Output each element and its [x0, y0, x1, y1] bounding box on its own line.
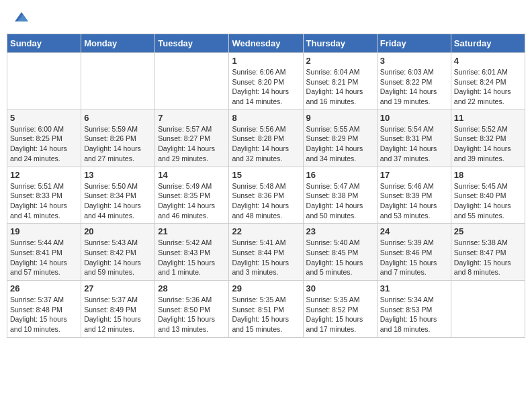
day-number: 28	[158, 283, 226, 293]
day-number: 7	[158, 113, 226, 123]
day-number: 22	[232, 226, 300, 236]
day-of-week-header: Thursday	[303, 34, 377, 53]
day-number: 3	[380, 56, 448, 66]
calendar-cell: 8Sunrise: 5:56 AM Sunset: 8:28 PM Daylig…	[229, 109, 303, 167]
calendar-cell: 28Sunrise: 5:36 AM Sunset: 8:50 PM Dayli…	[155, 281, 229, 338]
page-header	[7, 7, 525, 28]
calendar-cell: 24Sunrise: 5:39 AM Sunset: 8:46 PM Dayli…	[377, 224, 451, 281]
day-number: 8	[232, 113, 300, 123]
day-info: Sunrise: 5:46 AM Sunset: 8:39 PM Dayligh…	[380, 181, 448, 221]
calendar-cell: 2Sunrise: 6:04 AM Sunset: 8:21 PM Daylig…	[303, 53, 377, 110]
day-info: Sunrise: 5:44 AM Sunset: 8:41 PM Dayligh…	[10, 238, 78, 277]
calendar-cell: 30Sunrise: 5:35 AM Sunset: 8:52 PM Dayli…	[303, 281, 377, 338]
calendar-week-row: 5Sunrise: 6:00 AM Sunset: 8:25 PM Daylig…	[7, 109, 525, 167]
day-number: 13	[84, 170, 152, 180]
day-info: Sunrise: 5:41 AM Sunset: 8:44 PM Dayligh…	[232, 238, 300, 277]
day-number: 9	[306, 113, 374, 123]
day-number: 20	[84, 226, 152, 236]
calendar-cell: 19Sunrise: 5:44 AM Sunset: 8:41 PM Dayli…	[7, 224, 81, 281]
day-info: Sunrise: 6:04 AM Sunset: 8:21 PM Dayligh…	[306, 67, 374, 107]
calendar-week-row: 19Sunrise: 5:44 AM Sunset: 8:41 PM Dayli…	[7, 224, 525, 281]
calendar-cell: 10Sunrise: 5:54 AM Sunset: 8:31 PM Dayli…	[377, 109, 451, 167]
calendar-cell: 13Sunrise: 5:50 AM Sunset: 8:34 PM Dayli…	[81, 167, 155, 224]
day-number: 1	[232, 56, 300, 66]
day-number: 14	[158, 170, 226, 180]
calendar-cell: 9Sunrise: 5:55 AM Sunset: 8:29 PM Daylig…	[303, 109, 377, 167]
day-number: 12	[10, 170, 78, 180]
day-number: 18	[454, 170, 522, 180]
calendar-cell: 15Sunrise: 5:48 AM Sunset: 8:36 PM Dayli…	[229, 167, 303, 224]
day-of-week-header: Friday	[377, 34, 451, 53]
day-info: Sunrise: 5:52 AM Sunset: 8:32 PM Dayligh…	[454, 124, 522, 164]
day-info: Sunrise: 6:03 AM Sunset: 8:22 PM Dayligh…	[380, 67, 448, 107]
day-of-week-header: Tuesday	[155, 34, 229, 53]
day-info: Sunrise: 6:00 AM Sunset: 8:25 PM Dayligh…	[10, 124, 78, 164]
calendar-cell: 22Sunrise: 5:41 AM Sunset: 8:44 PM Dayli…	[229, 224, 303, 281]
day-info: Sunrise: 5:35 AM Sunset: 8:51 PM Dayligh…	[232, 295, 300, 334]
day-info: Sunrise: 5:37 AM Sunset: 8:49 PM Dayligh…	[84, 295, 152, 334]
calendar-week-row: 12Sunrise: 5:51 AM Sunset: 8:33 PM Dayli…	[7, 167, 525, 224]
calendar-cell: 3Sunrise: 6:03 AM Sunset: 8:22 PM Daylig…	[377, 53, 451, 110]
day-info: Sunrise: 5:56 AM Sunset: 8:28 PM Dayligh…	[232, 124, 300, 164]
calendar-cell: 5Sunrise: 6:00 AM Sunset: 8:25 PM Daylig…	[7, 109, 81, 167]
day-info: Sunrise: 5:39 AM Sunset: 8:46 PM Dayligh…	[380, 238, 448, 277]
day-info: Sunrise: 5:50 AM Sunset: 8:34 PM Dayligh…	[84, 181, 152, 221]
day-number: 23	[306, 226, 374, 236]
day-number: 30	[306, 283, 374, 293]
calendar-cell: 31Sunrise: 5:34 AM Sunset: 8:53 PM Dayli…	[377, 281, 451, 338]
calendar-cell: 7Sunrise: 5:57 AM Sunset: 8:27 PM Daylig…	[155, 109, 229, 167]
day-info: Sunrise: 5:37 AM Sunset: 8:48 PM Dayligh…	[10, 295, 78, 334]
calendar-cell: 23Sunrise: 5:40 AM Sunset: 8:45 PM Dayli…	[303, 224, 377, 281]
day-info: Sunrise: 5:35 AM Sunset: 8:52 PM Dayligh…	[306, 295, 374, 334]
day-number: 17	[380, 170, 448, 180]
day-info: Sunrise: 5:54 AM Sunset: 8:31 PM Dayligh…	[380, 124, 448, 164]
day-number: 2	[306, 56, 374, 66]
day-info: Sunrise: 5:42 AM Sunset: 8:43 PM Dayligh…	[158, 238, 226, 277]
day-info: Sunrise: 6:06 AM Sunset: 8:20 PM Dayligh…	[232, 67, 300, 107]
day-number: 10	[380, 113, 448, 123]
calendar-cell: 16Sunrise: 5:47 AM Sunset: 8:38 PM Dayli…	[303, 167, 377, 224]
day-number: 19	[10, 226, 78, 236]
calendar-cell: 6Sunrise: 5:59 AM Sunset: 8:26 PM Daylig…	[81, 109, 155, 167]
calendar-week-row: 26Sunrise: 5:37 AM Sunset: 8:48 PM Dayli…	[7, 281, 525, 338]
day-number: 27	[84, 283, 152, 293]
day-info: Sunrise: 5:38 AM Sunset: 8:47 PM Dayligh…	[454, 238, 522, 277]
calendar-table: SundayMondayTuesdayWednesdayThursdayFrid…	[7, 34, 525, 338]
day-info: Sunrise: 5:57 AM Sunset: 8:27 PM Dayligh…	[158, 124, 226, 164]
day-of-week-header: Sunday	[7, 34, 81, 53]
calendar-cell	[451, 281, 525, 338]
day-number: 24	[380, 226, 448, 236]
day-number: 31	[380, 283, 448, 293]
day-number: 11	[454, 113, 522, 123]
day-of-week-header: Saturday	[451, 34, 525, 53]
calendar-cell: 14Sunrise: 5:49 AM Sunset: 8:35 PM Dayli…	[155, 167, 229, 224]
calendar-cell	[7, 53, 81, 110]
day-info: Sunrise: 5:55 AM Sunset: 8:29 PM Dayligh…	[306, 124, 374, 164]
day-number: 16	[306, 170, 374, 180]
calendar-week-row: 1Sunrise: 6:06 AM Sunset: 8:20 PM Daylig…	[7, 53, 525, 110]
day-info: Sunrise: 5:36 AM Sunset: 8:50 PM Dayligh…	[158, 295, 226, 334]
calendar-cell: 25Sunrise: 5:38 AM Sunset: 8:47 PM Dayli…	[451, 224, 525, 281]
logo	[12, 9, 30, 26]
day-info: Sunrise: 5:43 AM Sunset: 8:42 PM Dayligh…	[84, 238, 152, 277]
day-info: Sunrise: 5:49 AM Sunset: 8:35 PM Dayligh…	[158, 181, 226, 221]
calendar-cell: 20Sunrise: 5:43 AM Sunset: 8:42 PM Dayli…	[81, 224, 155, 281]
calendar-header-row: SundayMondayTuesdayWednesdayThursdayFrid…	[7, 34, 525, 53]
calendar-cell: 11Sunrise: 5:52 AM Sunset: 8:32 PM Dayli…	[451, 109, 525, 167]
calendar-cell: 1Sunrise: 6:06 AM Sunset: 8:20 PM Daylig…	[229, 53, 303, 110]
day-number: 5	[10, 113, 78, 123]
day-number: 21	[158, 226, 226, 236]
day-number: 29	[232, 283, 300, 293]
calendar-cell: 4Sunrise: 6:01 AM Sunset: 8:24 PM Daylig…	[451, 53, 525, 110]
day-info: Sunrise: 5:40 AM Sunset: 8:45 PM Dayligh…	[306, 238, 374, 277]
calendar-cell: 17Sunrise: 5:46 AM Sunset: 8:39 PM Dayli…	[377, 167, 451, 224]
day-number: 6	[84, 113, 152, 123]
day-info: Sunrise: 5:59 AM Sunset: 8:26 PM Dayligh…	[84, 124, 152, 164]
calendar-cell	[155, 53, 229, 110]
day-number: 25	[454, 226, 522, 236]
logo-icon	[13, 9, 30, 26]
day-number: 26	[10, 283, 78, 293]
calendar-cell: 29Sunrise: 5:35 AM Sunset: 8:51 PM Dayli…	[229, 281, 303, 338]
day-of-week-header: Wednesday	[229, 34, 303, 53]
calendar-cell: 12Sunrise: 5:51 AM Sunset: 8:33 PM Dayli…	[7, 167, 81, 224]
